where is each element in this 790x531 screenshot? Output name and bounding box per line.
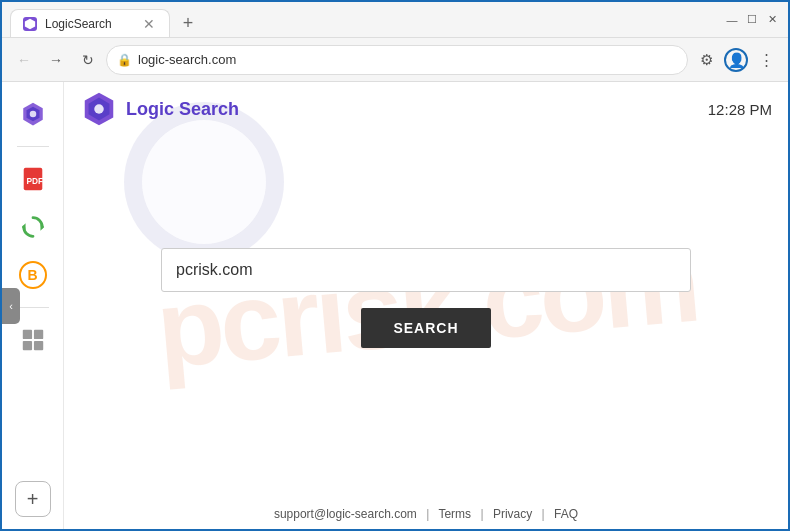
back-button[interactable]: ←	[10, 46, 38, 74]
sidebar-item-grid[interactable]	[13, 320, 53, 360]
clock-display: 12:28 PM	[708, 101, 772, 118]
tab-title: LogicSearch	[45, 17, 112, 31]
puzzle-icon: ⚙	[700, 51, 713, 69]
new-tab-button[interactable]: +	[174, 9, 202, 37]
sidebar-add-button[interactable]: +	[15, 481, 51, 517]
footer-separator-1: |	[426, 507, 429, 521]
search-input[interactable]	[161, 248, 691, 292]
profile-button[interactable]: 👤	[722, 46, 750, 74]
search-button[interactable]: SEARCH	[361, 308, 490, 348]
minimize-button[interactable]: —	[724, 12, 740, 28]
faq-link[interactable]: FAQ	[554, 507, 578, 521]
tab-favicon	[23, 17, 37, 31]
profile-avatar: 👤	[724, 48, 748, 72]
tab-close-button[interactable]: ✕	[141, 16, 157, 32]
sidebar-divider-1	[17, 146, 49, 147]
logo-container: Logic Search	[80, 90, 239, 128]
maximize-button[interactable]: ☐	[744, 12, 760, 28]
active-tab[interactable]: LogicSearch ✕	[10, 9, 170, 37]
plus-icon: +	[27, 488, 39, 511]
sidebar-item-pdf[interactable]: PDF	[13, 159, 53, 199]
navigation-bar: ← → ↻ 🔒 logic-search.com ⚙ 👤 ⋮	[2, 38, 788, 82]
svg-marker-0	[25, 18, 35, 28]
forward-icon: →	[49, 52, 63, 68]
svg-rect-11	[33, 341, 42, 350]
sidebar-item-sync[interactable]	[13, 207, 53, 247]
privacy-link[interactable]: Privacy	[493, 507, 532, 521]
svg-rect-10	[22, 341, 31, 350]
terms-link[interactable]: Terms	[438, 507, 471, 521]
footer-separator-2: |	[480, 507, 483, 521]
forward-button[interactable]: →	[42, 46, 70, 74]
refresh-icon: ↻	[82, 52, 94, 68]
sidebar-item-logicsearch[interactable]	[13, 94, 53, 134]
crypto-b-icon: B	[19, 261, 47, 289]
nav-right-controls: ⚙ 👤 ⋮	[692, 46, 780, 74]
svg-rect-9	[33, 330, 42, 339]
back-icon: ←	[17, 52, 31, 68]
page-content: pcrisk.com Logic Search 12:28 PM	[64, 82, 788, 529]
svg-rect-8	[22, 330, 31, 339]
sidebar-collapse-button[interactable]: ‹	[2, 288, 20, 324]
address-bar[interactable]: 🔒 logic-search.com	[106, 45, 688, 75]
lock-icon: 🔒	[117, 53, 132, 67]
support-email[interactable]: support@logic-search.com	[274, 507, 417, 521]
close-button[interactable]: ✕	[764, 12, 780, 28]
footer-separator-3: |	[542, 507, 545, 521]
logo-text: Logic Search	[126, 99, 239, 120]
window-controls: — ☐ ✕	[724, 12, 780, 28]
kebab-menu-icon: ⋮	[759, 51, 774, 69]
page-footer: support@logic-search.com | Terms | Priva…	[64, 499, 788, 529]
sidebar-divider-2	[17, 307, 49, 308]
svg-text:PDF: PDF	[26, 176, 43, 186]
sidebar: PDF B	[2, 82, 64, 529]
collapse-arrow-icon: ‹	[9, 300, 13, 312]
extensions-button[interactable]: ⚙	[692, 46, 720, 74]
browser-body: PDF B	[2, 82, 788, 529]
search-input-wrapper	[161, 248, 691, 292]
page-header: Logic Search 12:28 PM	[64, 82, 788, 136]
address-text: logic-search.com	[138, 52, 677, 67]
title-bar: LogicSearch ✕ + — ☐ ✕	[2, 2, 788, 38]
logo-hex-icon	[80, 90, 118, 128]
browser-window: LogicSearch ✕ + — ☐ ✕ ← → ↻ 🔒 logic-sear…	[0, 0, 790, 531]
search-section: SEARCH	[64, 136, 788, 499]
tab-area: LogicSearch ✕ +	[10, 2, 724, 37]
svg-point-3	[29, 111, 36, 118]
menu-button[interactable]: ⋮	[752, 46, 780, 74]
refresh-button[interactable]: ↻	[74, 46, 102, 74]
svg-point-14	[94, 104, 104, 114]
